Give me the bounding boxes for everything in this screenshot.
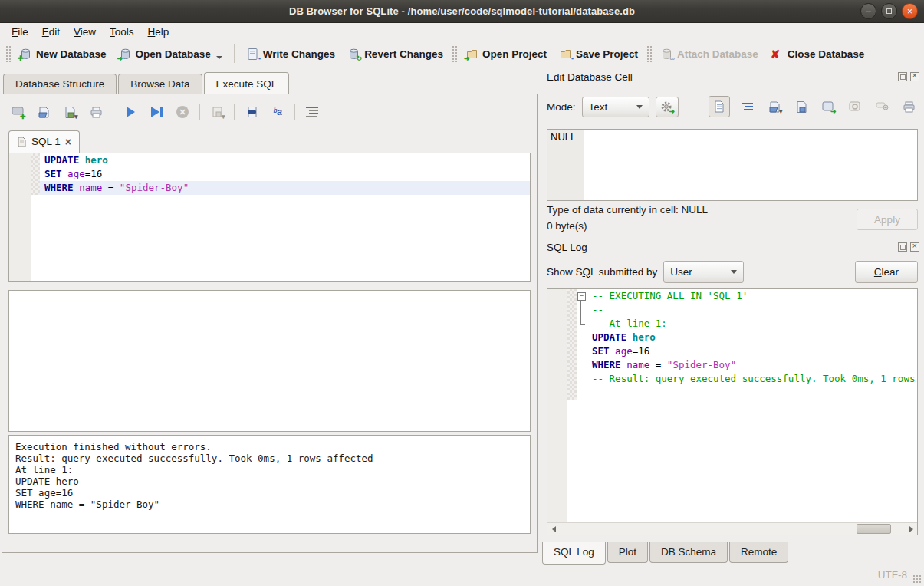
format-sql-button[interactable]	[303, 103, 321, 121]
cell-value: NULL	[551, 131, 576, 143]
open-sql-file-button[interactable]	[35, 103, 53, 121]
cell-value-editor[interactable]: NULL	[547, 129, 918, 201]
new-database-icon: ✚	[19, 48, 32, 61]
fold-margin	[567, 358, 577, 372]
save-results-icon: ▾	[211, 106, 224, 119]
toolbar-drag-handle[interactable]	[5, 45, 11, 62]
fold-margin	[31, 181, 40, 195]
menu-edit[interactable]: Edit	[35, 25, 67, 39]
close-database-button[interactable]: ✘ Close Database	[765, 44, 871, 64]
resize-grip-icon[interactable]	[912, 574, 922, 584]
scroll-right-icon[interactable]	[905, 523, 917, 535]
print-cell-button[interactable]	[899, 97, 918, 116]
find-button[interactable]	[242, 103, 261, 121]
new-sql-tab-icon: ✚	[12, 106, 25, 119]
close-database-icon: ✘	[771, 48, 784, 61]
word-wrap-button[interactable]	[738, 97, 757, 116]
save-project-button[interactable]: ▪ Save Project	[553, 44, 644, 64]
scrollbar-thumb[interactable]	[857, 524, 891, 534]
scroll-left-icon[interactable]	[547, 523, 560, 535]
revert-changes-button[interactable]: ↻ Revert Changes	[341, 44, 449, 64]
execute-all-button[interactable]	[121, 103, 140, 121]
main-area: Database Structure Browse Data Execute S…	[0, 67, 924, 564]
toolbar-separator	[234, 44, 235, 63]
results-grid[interactable]	[8, 290, 531, 432]
set-null-button	[873, 97, 891, 116]
minimize-icon[interactable]: −	[860, 3, 876, 19]
print-button[interactable]	[87, 103, 105, 121]
log-filter-label: Show SQL submitted by	[547, 266, 657, 278]
clear-log-button[interactable]: Clear	[855, 261, 918, 283]
new-sql-tab-button[interactable]: ✚	[8, 103, 27, 121]
sql-log-viewer[interactable]: 1 -- EXECUTING ALL IN 'SQL 1' 2 -- 3 -- …	[547, 288, 918, 535]
tab-plot[interactable]: Plot	[607, 542, 648, 563]
editor-line[interactable]: 1 UPDATE hero	[9, 153, 530, 167]
text-mode-button[interactable]	[709, 96, 730, 117]
execute-current-line-button[interactable]	[147, 103, 166, 121]
menu-view[interactable]: View	[67, 25, 103, 39]
open-database-dropdown-icon[interactable]	[216, 56, 222, 59]
fold-margin	[567, 386, 577, 400]
fold-margin	[567, 289, 577, 303]
export-file-button[interactable]: ➜	[819, 97, 837, 116]
save-sql-file-button[interactable]: ▾	[61, 103, 79, 121]
tab-remote[interactable]: Remote	[729, 542, 788, 563]
open-project-button[interactable]: ➜ Open Project	[459, 44, 553, 64]
close-tab-icon[interactable]: ×	[65, 137, 71, 147]
status-bar: UTF-8	[0, 564, 924, 586]
gear-icon: ➜	[660, 100, 673, 114]
sql-editor[interactable]: 1 UPDATE hero 2 SET age=16 3 WHERE name …	[8, 153, 531, 282]
fold-margin	[31, 167, 40, 181]
fold-margin	[567, 372, 577, 386]
horizontal-scrollbar[interactable]	[547, 522, 917, 535]
toolbar-drag-handle[interactable]	[452, 45, 457, 62]
editor-line-current[interactable]: 3 WHERE name = "Spider-Boy"	[9, 181, 530, 195]
tab-db-schema[interactable]: DB Schema	[649, 542, 728, 563]
new-database-button[interactable]: ✚ New Database	[13, 44, 113, 64]
save-file-icon	[795, 100, 808, 114]
tab-execute-sql[interactable]: Execute SQL	[204, 72, 290, 94]
titlebar[interactable]: DB Browser for SQLite - /home/user/code/…	[0, 0, 924, 23]
sql-log-controls: Show SQL submitted by User Clear	[547, 259, 918, 284]
edit-cell-header: Edit Database Cell	[547, 71, 919, 85]
log-filter-select[interactable]: User	[663, 261, 744, 283]
close-icon[interactable]: ×	[902, 3, 918, 19]
toolbar-separator	[199, 104, 200, 120]
cell-info: Type of data currently in cell: NULL 0 b…	[547, 199, 918, 238]
scrollbar-track[interactable]	[560, 523, 905, 535]
mode-label: Mode:	[547, 101, 576, 113]
log-line: 2 --	[547, 303, 917, 317]
tab-database-structure[interactable]: Database Structure	[3, 74, 117, 94]
execution-messages[interactable]: Execution finished without errors. Resul…	[8, 435, 531, 534]
fold-line	[577, 303, 587, 317]
text-mode-icon	[714, 100, 725, 113]
maximize-icon[interactable]	[881, 3, 897, 19]
mode-select[interactable]: Text	[582, 97, 649, 117]
replace-icon: ᵇa	[273, 107, 282, 117]
attach-database-button: ∞ Attach Database	[654, 44, 765, 64]
float-panel-icon[interactable]	[898, 242, 907, 252]
tab-browse-data[interactable]: Browse Data	[118, 74, 202, 94]
sql-document-icon	[17, 137, 27, 147]
menu-tools[interactable]: Tools	[103, 25, 141, 39]
horizontal-splitter[interactable]	[8, 284, 531, 290]
save-file-button[interactable]	[792, 97, 811, 116]
open-database-icon: ➜	[119, 48, 132, 61]
open-link-button	[846, 97, 864, 116]
menu-file[interactable]: File	[5, 25, 35, 39]
save-project-label: Save Project	[576, 48, 638, 60]
toolbar-drag-handle[interactable]	[646, 45, 652, 62]
float-panel-icon[interactable]	[898, 72, 907, 81]
tab-sql-log[interactable]: SQL Log	[542, 542, 606, 565]
write-changes-button[interactable]: ▪ Write Changes	[240, 44, 341, 64]
import-file-button[interactable]: ▾	[765, 97, 784, 116]
menu-help[interactable]: Help	[141, 25, 176, 39]
auto-apply-button[interactable]: ➜	[656, 97, 679, 117]
replace-button[interactable]: ᵇa	[268, 103, 287, 121]
open-database-button[interactable]: ➜ Open Database	[113, 44, 229, 64]
editor-line[interactable]: 2 SET age=16	[9, 167, 530, 181]
close-panel-icon[interactable]	[910, 242, 919, 252]
close-panel-icon[interactable]	[910, 72, 919, 81]
fold-collapse-icon[interactable]	[577, 289, 587, 303]
sql-file-tab[interactable]: SQL 1 ×	[8, 130, 80, 153]
